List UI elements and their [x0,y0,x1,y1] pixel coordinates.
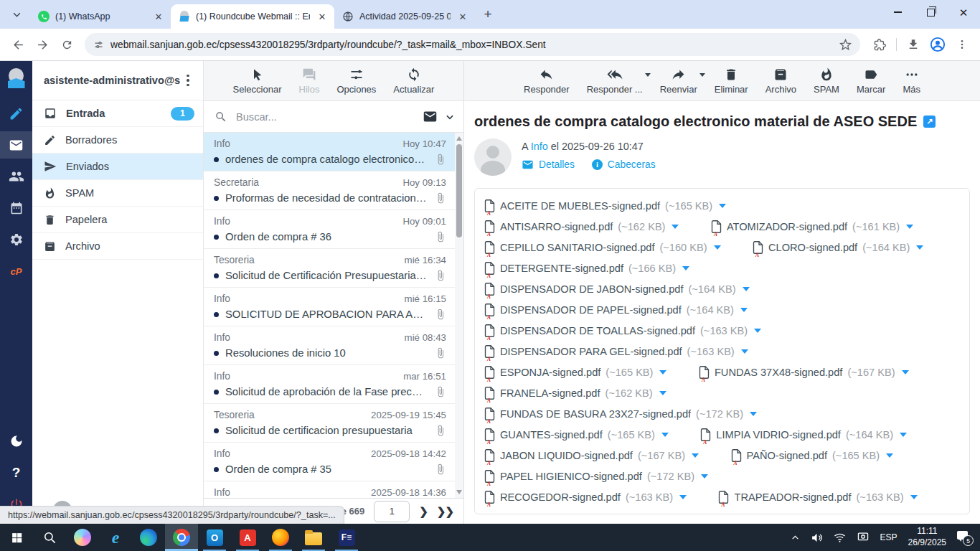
attachment-menu-caret[interactable] [906,225,913,229]
delete-button[interactable]: Eliminar [715,67,748,95]
cpanel-icon[interactable]: cP [0,258,32,285]
details-link[interactable]: Detalles [539,159,575,170]
sidebar-item-entrada[interactable]: Entrada 1 [32,100,203,127]
message-row[interactable]: Info 2025-09-18 14:42 Orden de compra # … [204,443,463,481]
next-page-button[interactable]: ❯ [419,505,428,518]
taskbar-explorer-button[interactable] [297,524,330,551]
last-page-button[interactable]: ❯❯ [437,505,453,518]
message-row[interactable]: Info 2025-09-18 14:36 [204,481,463,498]
message-row[interactable]: Tesoreria mié 16:34 Solicitud de Certifi… [204,249,463,288]
sidebar-item-spam[interactable]: SPAM [32,180,203,207]
wifi-icon[interactable] [834,532,846,544]
scroll-down-arrow[interactable] [456,490,462,494]
address-bar[interactable]: webmail.sanjuan.gob.ec/cpsess4320018295/… [85,33,860,56]
attachment-menu-caret[interactable] [719,204,726,208]
attachment-menu-caret[interactable] [750,412,757,416]
notifications-button[interactable]: 5 [957,531,971,544]
search-input[interactable] [235,110,415,123]
attachment[interactable]: ACLORO-signed.pdf(~164 KB) [753,237,923,258]
search-scope[interactable] [423,109,455,124]
taskbar-acrobat-button[interactable]: A [231,524,264,551]
taskbar-edge-button[interactable] [132,524,165,551]
forward-button[interactable]: Reenviar [660,67,697,95]
attachment[interactable]: ADISPENSADOR DE JABON-signed.pdf(~164 KB… [484,279,750,300]
attachment-menu-caret[interactable] [659,391,666,395]
message-row[interactable]: Info Hoy 10:47 ordenes de compra catalog… [204,133,463,171]
taskbar-search-button[interactable] [33,524,66,551]
attachment-menu-caret[interactable] [661,433,669,437]
attachment[interactable]: AFRANELA-signed.pdf(~162 KB) [484,383,666,404]
threads-button[interactable]: Hilos [299,67,320,95]
attachment[interactable]: ACEPILLO SANITARIO-signed.pdf(~160 KB) [484,237,721,258]
reply-all-button[interactable]: Responder ... [587,67,643,95]
site-info-icon[interactable] [93,39,104,50]
more-button[interactable]: Más [903,67,920,95]
reply-button[interactable]: Responder [524,67,570,95]
browser-menu-button[interactable] [951,34,973,55]
attachment-menu-caret[interactable] [659,370,666,375]
attachment[interactable]: AFUNDAS 37X48-signed.pdf(~167 KB) [699,362,909,383]
page-input[interactable] [374,501,410,522]
attachment-menu-caret[interactable] [682,266,689,270]
taskbar-outlook-button[interactable]: O [198,524,231,551]
attachment-menu-caret[interactable] [714,245,721,250]
attachment[interactable]: AFUNDAS DE BASURA 23X27-signed.pdf(~172 … [484,404,757,425]
window-minimize-button[interactable] [881,0,914,24]
window-close-button[interactable]: ✕ [947,0,980,24]
volume-icon[interactable] [811,532,823,544]
window-restore-button[interactable] [914,0,947,24]
message-row[interactable]: Info Hoy 09:01 Orden de compra # 36 [204,210,463,249]
scrollbar-thumb[interactable] [456,144,462,237]
attachment-menu-caret[interactable] [701,474,708,479]
back-button[interactable] [7,34,29,55]
attachment-menu-caret[interactable] [910,495,918,499]
attachment-menu-caret[interactable] [902,370,909,375]
mark-button[interactable]: Marcar [857,67,885,95]
downloads-button[interactable] [903,34,924,55]
attachment[interactable]: ADISPENSADOR DE PAPEL-signed.pdf(~164 KB… [484,300,748,321]
message-row[interactable]: Info mié 08:43 Resoluciones de inicio 10 [204,326,463,365]
help-button[interactable]: ? [0,459,32,486]
attachment[interactable]: AATOMIZADOR-signed.pdf(~161 KB) [711,217,913,237]
start-button[interactable] [0,524,33,551]
tab-whatsapp[interactable]: (1) WhatsApp ✕ [30,4,171,29]
extensions-button[interactable] [869,34,890,55]
message-row[interactable]: Secretaria Hoy 09:13 Proformas de necesi… [204,171,463,210]
list-scrollbar[interactable] [455,133,463,498]
headers-link[interactable]: Cabeceras [608,159,656,170]
attachment[interactable]: AACEITE DE MUEBLES-signed.pdf(~165 KB) [484,196,726,217]
attachment-menu-caret[interactable] [900,433,907,437]
attachment[interactable]: ATRAPEADOR-signed.pdf(~163 KB) [718,487,917,508]
attachment-menu-caret[interactable] [679,495,687,499]
tab-actividad[interactable]: Actividad 2025-09-25 08:00:00 ✕ [334,4,475,29]
attachment-menu-caret[interactable] [743,287,750,291]
attachment-menu-caret[interactable] [672,225,679,229]
forward-dropdown[interactable] [699,73,705,77]
attachment[interactable]: APAPEL HIGIENICO-signed.pdf(~172 KB) [484,466,708,487]
forward-button[interactable] [32,34,53,55]
dark-mode-button[interactable] [0,428,32,455]
rail-mail-button[interactable] [0,131,32,159]
tab-search-button[interactable] [7,5,26,24]
taskbar-clock[interactable]: 11:11 26/9/2025 [908,526,946,548]
bookmark-star-icon[interactable] [839,39,852,51]
select-button[interactable]: Seleccionar [233,67,282,95]
attachment-menu-caret[interactable] [692,453,699,458]
attachment[interactable]: ALIMPIA VIDRIO-signed.pdf(~164 KB) [700,425,907,446]
attachment-menu-caret[interactable] [916,245,923,250]
taskbar-ie-button[interactable]: e [99,524,132,551]
message-row[interactable]: Info mar 16:51 Solicitud de aprobación d… [204,365,463,404]
refresh-button[interactable] [56,34,77,55]
attachment[interactable]: ADISPENSADOR DE TOALLAS-signed.pdf(~163 … [484,321,761,342]
attachment[interactable]: ADISPENSADOR PARA GEL-signed.pdf(~163 KB… [484,342,748,362]
tab-close-icon[interactable]: ✕ [316,10,329,23]
attachment[interactable]: AESPONJA-signed.pdf(~165 KB) [484,362,666,383]
attachment-menu-caret[interactable] [754,329,761,333]
attachment[interactable]: AGUANTES-signed.pdf(~165 KB) [484,425,669,446]
profile-button[interactable] [927,34,948,55]
attachment-menu-caret[interactable] [886,453,893,458]
recipient-link[interactable]: Info [531,141,548,152]
spam-button[interactable]: SPAM [814,67,839,95]
taskbar-copilot-button[interactable] [66,524,99,551]
attachment[interactable]: ADETERGENTE-signed.pdf(~166 KB) [484,258,689,279]
